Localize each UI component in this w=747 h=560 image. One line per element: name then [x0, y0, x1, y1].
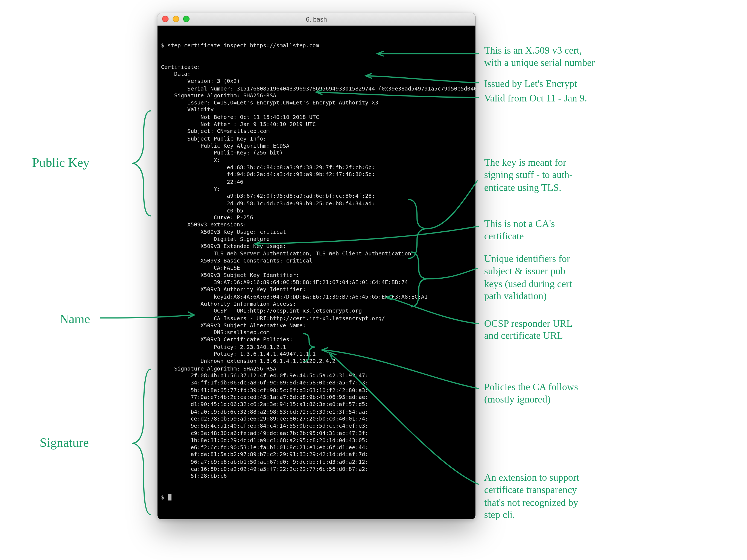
cert-line: Certificate: — [161, 63, 472, 71]
cert-line: X509v3 extensions: — [161, 221, 472, 228]
prompt: $ — [161, 494, 472, 502]
annotation-keyids: Unique identifiers for subject & issuer … — [484, 253, 572, 302]
command-line: $ step certificate inspect https://small… — [161, 42, 472, 49]
cert-line: 1b:8e:31:6d:29:4c:d1:a9:c1:68:a2:95:c8:2… — [161, 437, 472, 444]
titlebar[interactable]: 6. bash — [157, 13, 475, 26]
annotation-ocsp: OCSP responder URL and certificate URL — [484, 317, 572, 342]
cert-line: X509v3 Key Usage: critical — [161, 229, 472, 236]
cert-line: Signature Algorithm: SHA256-RSA — [161, 92, 472, 99]
cert-line: Not After : Jan 9 15:40:10 2019 UTC — [161, 121, 472, 128]
cert-line: d1:90:45:1d:06:32:c6:2a:3e:94:15:a1:86:3… — [161, 401, 472, 408]
cert-line: Curve: P-256 — [161, 214, 472, 221]
cursor-icon — [168, 494, 172, 501]
cert-line: 5b:41:8e:65:77:fd:39:cf:98:5c:8f:b3:61:1… — [161, 387, 472, 394]
cert-line: keyid:A8:4A:6A:63:04:7D:DD:BA:E6:D1:39:B… — [161, 293, 472, 300]
annotation-validity: Valid from Oct 11 - Jan 9. — [484, 92, 587, 104]
cert-line: Authority Information Access: — [161, 300, 472, 307]
cert-line: c9:3e:48:30:a6:fe:ad:49:dc:aa:7b:2b:95:0… — [161, 430, 472, 437]
cert-line: X509v3 Authority Key Identifier: — [161, 286, 472, 293]
cert-line: 2f:08:4b:b1:56:37:12:4f:e4:0f:9e:44:5d:5… — [161, 372, 472, 379]
cert-line: a9:b3:87:42:0f:95:d8:a9:ad:6e:bf:cc:80:4… — [161, 193, 472, 200]
cert-line: 34:ff:1f:db:06:dc:a8:6f:9c:89:8d:4e:58:0… — [161, 379, 472, 386]
cert-line: 2d:d9:58:1c:dd:c3:4e:99:b9:25:de:b8:f4:3… — [161, 200, 472, 207]
cert-line: Validity — [161, 106, 472, 113]
cert-line: ce:d2:78:eb:59:ad:e6:29:89:ee:80:27:20:b… — [161, 415, 472, 423]
cert-line: Subject: CN=smallstep.com — [161, 128, 472, 135]
cert-line: f4:94:0d:2a:d4:a3:4c:98:a9:9b:f2:47:48:8… — [161, 171, 472, 178]
cert-line: CA:FALSE — [161, 264, 472, 272]
cert-line: Digital Signature — [161, 236, 472, 243]
cert-line: Version: 3 (0x2) — [161, 78, 472, 85]
terminal-body[interactable]: $ step certificate inspect https://small… — [157, 26, 475, 519]
annotation-policies: Policies the CA follows (mostly ignored) — [484, 381, 578, 406]
cert-line: Not Before: Oct 11 15:40:10 2018 UTC — [161, 113, 472, 121]
cert-line: X509v3 Extended Key Usage: — [161, 243, 472, 250]
cert-line: 96:a7:b9:b8:ab:b1:50:ac:67:d0:f9:dc:bd:f… — [161, 458, 472, 465]
annotation-keyusage: The key is meant for signing stuff - to … — [484, 156, 573, 194]
cert-line: Policy: 1.3.6.1.4.1.44947.1.1.1 — [161, 351, 472, 358]
cert-line: CA Issuers - URI:http://cert.int-x3.lets… — [161, 315, 472, 322]
window-title: 6. bash — [157, 16, 475, 23]
cert-line: X509v3 Subject Alternative Name: — [161, 322, 472, 329]
cert-line: OCSP - URI:http://ocsp.int-x3.letsencryp… — [161, 308, 472, 315]
cert-line: Public Key Algorithm: ECDSA — [161, 143, 472, 150]
cert-line: b4:a0:e9:db:6c:32:88:a2:98:53:bd:72:c9:3… — [161, 408, 472, 415]
cert-line: Unknown extension 1.3.6.1.4.1.11129.2.4.… — [161, 358, 472, 365]
cert-line: c0:b5 — [161, 207, 472, 214]
annotation-ct: An extension to support certificate tran… — [484, 472, 579, 521]
cert-line: 22:46 — [161, 178, 472, 185]
cert-line: Public-Key: (256 bit) — [161, 150, 472, 157]
cert-line: TLS Web Server Authentication, TLS Web C… — [161, 250, 472, 257]
cert-line: X509v3 Certificate Policies: — [161, 336, 472, 343]
cert-line: Signature Algorithm: SHA256-RSA — [161, 365, 472, 372]
cert-line: e6:f2:6c:fd:90:53:1e:fa:b1:01:8c:21:e1:e… — [161, 444, 472, 451]
annotation-notca: This is not a CA's certificate — [484, 218, 555, 243]
cert-line: 39:A7:D6:A9:16:89:64:0C:5B:88:4F:21:67:0… — [161, 279, 472, 286]
cert-line: 77:0a:e7:4b:2c:ca:ed:45:1a:a7:6d:d8:9b:4… — [161, 394, 472, 401]
cert-line: 5f:28:bb:c6 — [161, 473, 472, 480]
cert-line: X509v3 Basic Constraints: critical — [161, 257, 472, 264]
cert-line: DNS:smallstep.com — [161, 329, 472, 336]
cert-line: X: — [161, 157, 472, 164]
cert-line: Policy: 2.23.140.1.2.1 — [161, 343, 472, 351]
annotation-public-key: Public Key — [32, 154, 89, 171]
cert-line: ca:16:80:c0:a2:02:49:a5:f7:22:2c:22:77:6… — [161, 466, 472, 473]
cert-line: X509v3 Subject Key Identifier: — [161, 272, 472, 279]
cert-line: Issuer: C=US,O=Let's Encrypt,CN=Let's En… — [161, 99, 472, 106]
cert-line: 9e:8d:4c:a1:40:cf:eb:84:c4:14:55:0b:ed:5… — [161, 423, 472, 430]
annotation-issuer: Issued by Let's Encrypt — [484, 78, 577, 90]
cert-line: ed:68:3b:c4:84:b8:a3:9f:38:29:7f:fb:2f:c… — [161, 164, 472, 171]
cert-line: Y: — [161, 185, 472, 193]
annotation-name: Name — [60, 311, 90, 327]
annotation-signature: Signature — [40, 434, 89, 451]
cert-line: af:de:81:5a:b2:97:89:b7:c2:29:91:83:29:4… — [161, 451, 472, 458]
cert-line: Subject Public Key Info: — [161, 135, 472, 142]
annotation-x509: This is an X.509 v3 cert, with a unique … — [484, 44, 595, 69]
terminal-window: 6. bash $ step certificate inspect https… — [157, 13, 475, 519]
cert-line: Data: — [161, 71, 472, 78]
cert-line: Serial Number: 3151768085196404339693786… — [161, 85, 472, 92]
